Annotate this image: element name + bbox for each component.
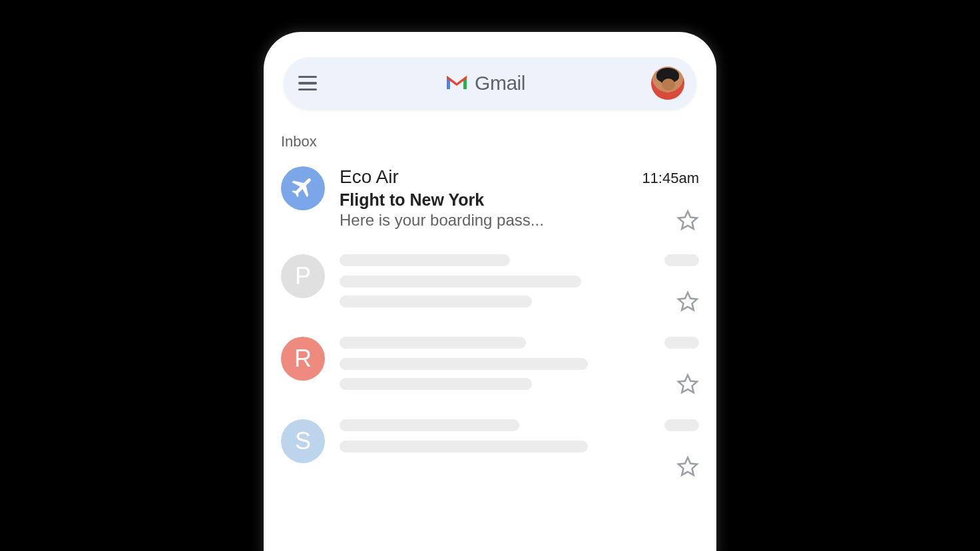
- email-row-placeholder[interactable]: R: [277, 333, 703, 415]
- avatar-letter: P: [295, 262, 311, 290]
- airplane-icon: [290, 174, 316, 203]
- email-time: 11:45am: [642, 170, 699, 187]
- gmail-logo-icon: [445, 73, 468, 93]
- search-bar[interactable]: Gmail: [284, 57, 696, 109]
- star-icon[interactable]: [676, 290, 699, 313]
- placeholder-line: [340, 441, 588, 453]
- placeholder-line: [340, 276, 581, 287]
- account-avatar[interactable]: [651, 67, 684, 100]
- sender-avatar[interactable]: S: [281, 419, 325, 463]
- placeholder-line: [340, 337, 526, 349]
- brand-label: Gmail: [475, 72, 525, 94]
- placeholder-line: [340, 358, 588, 370]
- app-brand: Gmail: [320, 72, 651, 94]
- avatar-letter: R: [294, 345, 312, 373]
- email-row-placeholder[interactable]: S: [277, 415, 703, 498]
- phone-frame: Gmail Inbox Eco Air 11:45am Flight to Ne…: [264, 32, 716, 551]
- email-row[interactable]: Eco Air 11:45am Flight to New York Here …: [277, 160, 703, 250]
- email-subject: Flight to New York: [340, 190, 670, 210]
- placeholder-line: [664, 254, 699, 266]
- placeholder-line: [340, 419, 519, 431]
- placeholder-line: [340, 295, 532, 307]
- star-icon[interactable]: [676, 373, 699, 395]
- sender-avatar[interactable]: P: [281, 254, 325, 298]
- placeholder-line: [664, 337, 699, 349]
- placeholder-line: [340, 378, 532, 390]
- avatar-letter: S: [295, 427, 311, 455]
- sender-avatar[interactable]: R: [281, 337, 325, 381]
- email-content: Eco Air 11:45am Flight to New York Here …: [340, 166, 699, 232]
- inbox-section-label: Inbox: [281, 133, 703, 150]
- placeholder-line: [664, 419, 699, 431]
- menu-icon[interactable]: [298, 73, 320, 94]
- placeholder-line: [340, 254, 510, 266]
- star-icon[interactable]: [676, 209, 699, 232]
- star-icon[interactable]: [676, 455, 699, 478]
- sender-avatar[interactable]: [281, 166, 325, 210]
- email-sender: Eco Air: [340, 166, 399, 188]
- email-row-placeholder[interactable]: P: [277, 250, 703, 333]
- email-snippet: Here is your boarding pass...: [340, 211, 670, 230]
